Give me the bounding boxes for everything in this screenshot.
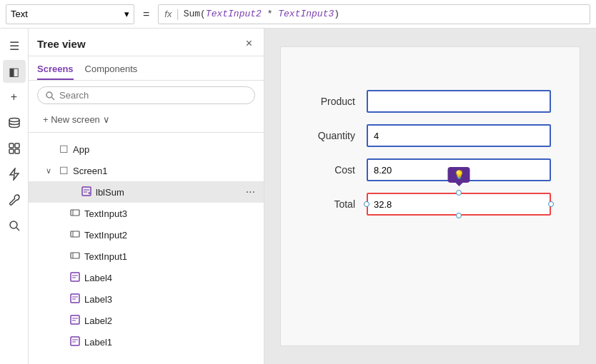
total-input[interactable] <box>367 193 551 216</box>
svg-rect-24 <box>71 315 79 324</box>
tree-close-button[interactable]: × <box>243 36 255 51</box>
tab-screens[interactable]: Screens <box>37 61 74 80</box>
tree-content: ☐ App ∨ ☐ Screen1 <box>29 136 264 364</box>
cost-label: Cost <box>309 164 367 176</box>
tree-item-label4[interactable]: Label4 <box>29 267 264 288</box>
formula-func: Sum( <box>184 9 206 19</box>
tree-view-icon-btn[interactable]: ◧ <box>3 60 26 83</box>
formula-arg1: TextInput2 <box>206 9 262 19</box>
tree-header: Tree view × <box>29 29 264 56</box>
label1-label: Label1 <box>84 337 258 348</box>
svg-rect-4 <box>15 149 19 153</box>
lblsum-label: lblSum <box>96 187 240 198</box>
svg-point-7 <box>46 92 52 98</box>
tree-title: Tree view <box>37 38 86 50</box>
search-input[interactable] <box>59 90 247 101</box>
formula-op: * <box>262 9 278 19</box>
textinput1-label: TextInput1 <box>84 251 258 262</box>
tree-item-label1[interactable]: Label1 <box>29 331 264 353</box>
top-bar: Text ▾ = fx | Sum(TextInput2 * TextInput… <box>0 0 596 29</box>
tree-item-label3[interactable]: Label3 <box>29 288 264 310</box>
search-icon <box>8 219 21 232</box>
tree-item-textinput2[interactable]: TextInput2 <box>29 224 264 246</box>
svg-rect-27 <box>71 337 79 345</box>
search-box[interactable] <box>37 86 255 104</box>
dropdown-chevron-icon: ▾ <box>124 9 129 19</box>
property-dropdown[interactable]: Text ▾ <box>6 4 134 24</box>
tab-components[interactable]: Components <box>85 61 138 80</box>
grid-icon <box>8 142 21 155</box>
screen1-label: Screen1 <box>73 166 258 176</box>
new-screen-label: + New screen <box>43 114 100 125</box>
quantity-label: Quantity <box>309 130 367 141</box>
data-icon-btn[interactable] <box>3 111 26 134</box>
label1-icon <box>69 336 81 348</box>
canvas-screen: Product Quantity Cost Total <box>280 46 580 346</box>
fx-label: fx <box>164 9 172 19</box>
canvas-area: Product Quantity Cost Total <box>264 29 596 364</box>
formula-bar[interactable]: fx | Sum(TextInput2 * TextInput3) <box>158 4 590 24</box>
lightning-icon-btn[interactable] <box>3 163 26 186</box>
svg-rect-14 <box>71 231 79 237</box>
wrench-icon <box>8 193 21 206</box>
svg-rect-3 <box>9 149 14 153</box>
database-icon <box>8 116 21 129</box>
svg-rect-9 <box>82 187 91 196</box>
svg-rect-1 <box>9 143 14 148</box>
label4-label: Label4 <box>84 273 258 283</box>
textinput2-label: TextInput2 <box>84 230 258 241</box>
svg-rect-2 <box>15 143 19 148</box>
tree-item-textinput3[interactable]: TextInput3 <box>29 203 264 224</box>
form-row-cost: Cost <box>309 158 551 181</box>
quantity-input[interactable] <box>367 124 551 147</box>
product-input[interactable] <box>367 90 551 113</box>
insert-icon-btn[interactable]: + <box>3 86 26 108</box>
label2-icon <box>69 315 81 327</box>
app-icon: ☐ <box>57 143 70 155</box>
lblsum-more-button[interactable]: ··· <box>243 186 258 198</box>
tree-item-textinput1[interactable]: TextInput1 <box>29 246 264 267</box>
form-row-quantity: Quantity <box>309 124 551 147</box>
form-row-total: Total 💡 <box>309 193 551 216</box>
canvas-form: Product Quantity Cost Total <box>281 47 580 270</box>
svg-rect-12 <box>71 210 79 216</box>
svg-rect-21 <box>71 294 79 303</box>
tree-item-screen1[interactable]: ∨ ☐ Screen1 <box>29 160 264 181</box>
total-container: 💡 <box>367 193 551 216</box>
app-label: App <box>73 144 258 155</box>
label3-label: Label3 <box>84 294 258 305</box>
textinput3-icon <box>69 208 81 220</box>
equals-sign: = <box>140 8 152 21</box>
lightning-icon <box>9 168 20 181</box>
textinput3-label: TextInput3 <box>84 208 258 219</box>
textinput2-icon <box>69 229 81 241</box>
lblsum-icon <box>80 186 93 198</box>
svg-rect-18 <box>71 273 79 281</box>
total-tooltip: 💡 <box>448 167 470 183</box>
screen1-icon: ☐ <box>57 165 70 176</box>
tree-divider <box>29 132 264 133</box>
svg-line-6 <box>16 228 19 231</box>
formula-display: Sum(TextInput2 * TextInput3) <box>184 9 339 19</box>
label2-label: Label2 <box>84 315 258 326</box>
fx-divider: | <box>176 8 179 21</box>
new-screen-button[interactable]: + New screen ∨ <box>34 111 258 128</box>
left-sidebar: ☰ ◧ + <box>0 29 29 364</box>
svg-point-0 <box>9 118 19 122</box>
tree-item-label2[interactable]: Label2 <box>29 310 264 331</box>
hamburger-icon-btn[interactable]: ☰ <box>3 34 26 57</box>
tree-item-lblsum[interactable]: lblSum ··· <box>29 181 264 203</box>
search-icon-btn[interactable] <box>3 214 26 237</box>
tree-item-app[interactable]: ☐ App <box>29 138 264 160</box>
tooltip-icon: 💡 <box>454 170 465 180</box>
wrench-icon-btn[interactable] <box>3 188 26 211</box>
form-row-product: Product <box>309 90 551 113</box>
main-area: ☰ ◧ + <box>0 29 596 364</box>
new-screen-chevron-icon: ∨ <box>103 114 110 125</box>
svg-rect-16 <box>71 253 79 258</box>
label4-icon <box>69 272 81 284</box>
formula-arg2: TextInput3 <box>278 9 334 19</box>
svg-point-5 <box>10 221 17 228</box>
total-label: Total <box>309 198 367 210</box>
grid-icon-btn[interactable] <box>3 137 26 160</box>
